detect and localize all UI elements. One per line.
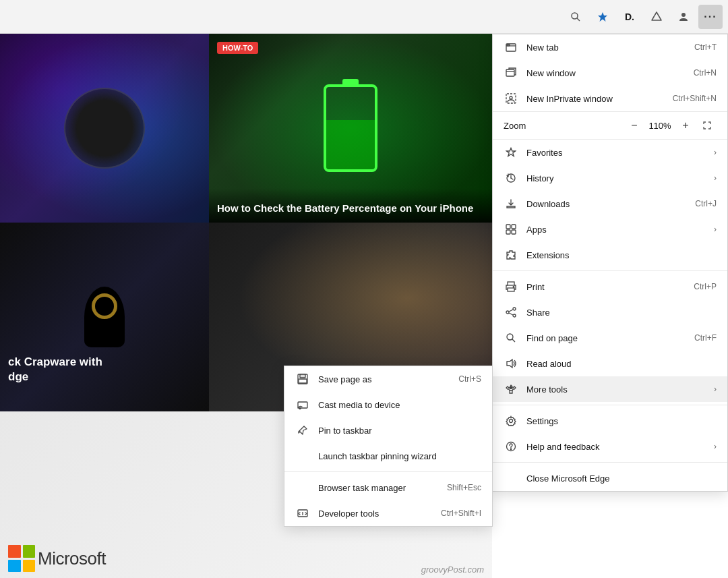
read-aloud-icon — [504, 356, 518, 371]
svg-rect-19 — [506, 225, 510, 229]
new-tab-icon — [504, 40, 518, 55]
menu-favorites[interactable]: Favorites › — [493, 140, 727, 165]
browser-toolbar: D. ··· — [0, 0, 728, 34]
zoom-minus-button[interactable]: − — [625, 116, 644, 135]
zoom-expand-button[interactable] — [698, 116, 717, 135]
immersive-reader-icon[interactable] — [644, 5, 669, 29]
zoom-plus-button[interactable]: + — [676, 116, 695, 135]
pin-taskbar-label: Pin to taskbar — [318, 426, 372, 436]
more-tools-arrow: › — [714, 384, 717, 394]
menu-read-aloud[interactable]: Read aloud — [493, 351, 727, 376]
downloads-icon — [504, 196, 518, 211]
svg-line-1 — [577, 18, 580, 21]
svg-point-4 — [681, 13, 686, 17]
share-icon — [504, 305, 518, 320]
help-arrow: › — [714, 442, 717, 451]
menu-divider-3 — [493, 462, 727, 463]
save-page-label: Save page as — [318, 374, 372, 384]
menu-inprivate[interactable]: New InPrivate window Ctrl+Shift+N — [493, 86, 727, 111]
more-tools-label: More tools — [526, 384, 708, 395]
task-manager-label: Browser task manager — [318, 483, 406, 493]
microsoft-logo — [8, 545, 35, 572]
submenu-pin-taskbar[interactable]: Pin to taskbar — [284, 417, 492, 443]
favorites-toolbar-icon[interactable] — [590, 5, 615, 29]
dev-tools-shortcut: Ctrl+Shift+I — [441, 509, 481, 518]
svg-point-9 — [299, 408, 301, 409]
svg-point-36 — [510, 449, 511, 449]
microsoft-text: Microsoft — [38, 548, 106, 569]
toolbar-icons: D. ··· — [564, 5, 723, 29]
inprivate-icon — [504, 91, 518, 106]
svg-rect-7 — [299, 379, 307, 383]
menu-downloads[interactable]: Downloads Ctrl+J — [493, 191, 727, 216]
submenu-dev-tools[interactable]: Developer tools Ctrl+Shift+I — [284, 500, 492, 526]
dark-circle-visual — [64, 88, 145, 169]
svg-marker-3 — [652, 12, 661, 20]
wizard-label: Launch taskbar pinning wizard — [318, 451, 437, 461]
collections-toolbar-icon[interactable]: D. — [617, 5, 642, 29]
content-area: HOW-TO How to Check the Battery Percenta… — [0, 34, 728, 578]
article-card-dark — [0, 34, 209, 223]
apps-icon — [504, 222, 518, 237]
settings-icon — [504, 413, 518, 428]
svg-marker-17 — [507, 148, 516, 156]
menu-share[interactable]: Share — [493, 299, 727, 325]
zoom-value: 110% — [644, 121, 676, 131]
svg-point-27 — [513, 314, 516, 317]
find-on-page-shortcut: Ctrl+F — [694, 333, 717, 343]
favorites-arrow: › — [714, 148, 717, 157]
more-tools-icon — [504, 382, 518, 397]
help-label: Help and feedback — [526, 442, 708, 452]
settings-label: Settings — [526, 416, 717, 426]
find-on-page-label: Find on page — [526, 333, 694, 343]
new-tab-shortcut: Ctrl+T — [694, 42, 717, 52]
menu-extensions[interactable]: Extensions — [493, 242, 727, 268]
zoom-label: Zoom — [504, 121, 625, 131]
menu-apps[interactable]: Apps › — [493, 216, 727, 242]
svg-point-28 — [506, 311, 509, 314]
search-toolbar-icon[interactable] — [564, 5, 588, 29]
howto-badge: HOW-TO — [217, 42, 258, 54]
menu-more-tools[interactable]: More tools › — [493, 376, 727, 402]
menu-close-edge[interactable]: Close Microsoft Edge — [493, 465, 727, 491]
svg-point-34 — [510, 420, 513, 423]
menu-divider-2 — [493, 405, 727, 405]
new-window-label: New window — [526, 68, 694, 78]
downloads-label: Downloads — [526, 199, 695, 209]
dev-tools-icon — [295, 506, 310, 521]
svg-line-30 — [509, 313, 513, 315]
menu-find-on-page[interactable]: Find on page Ctrl+F — [493, 325, 727, 351]
downloads-shortcut: Ctrl+J — [695, 199, 717, 208]
save-page-shortcut: Ctrl+S — [458, 374, 481, 384]
history-arrow: › — [714, 173, 717, 183]
main-menu: New tab Ctrl+T New window Ctrl+N — [492, 34, 728, 492]
menu-print[interactable]: Print Ctrl+P — [493, 274, 727, 299]
svg-point-25 — [513, 287, 514, 288]
close-edge-label: Close Microsoft Edge — [526, 473, 717, 484]
menu-new-window[interactable]: New window Ctrl+N — [493, 60, 727, 86]
cast-icon — [295, 397, 310, 412]
svg-line-29 — [509, 310, 513, 312]
close-edge-icon — [504, 471, 518, 486]
submenu-cast[interactable]: Cast media to device — [284, 392, 492, 417]
cast-label: Cast media to device — [318, 400, 400, 410]
task-manager-icon — [295, 480, 310, 495]
svg-point-31 — [507, 334, 513, 340]
svg-rect-6 — [300, 374, 305, 378]
submenu-task-manager[interactable]: Browser task manager Shift+Esc — [284, 475, 492, 500]
submenu-save-page[interactable]: Save page as Ctrl+S — [284, 366, 492, 392]
apps-label: Apps — [526, 225, 708, 235]
menu-help[interactable]: Help and feedback › — [493, 434, 727, 459]
print-shortcut: Ctrl+P — [694, 282, 717, 291]
svg-rect-13 — [507, 45, 510, 46]
battery-visual — [324, 84, 377, 172]
inprivate-label: New InPrivate window — [526, 94, 673, 104]
menu-settings[interactable]: Settings — [493, 408, 727, 434]
profile-icon[interactable] — [671, 5, 696, 29]
new-window-icon — [504, 65, 518, 80]
menu-new-tab[interactable]: New tab Ctrl+T — [493, 34, 727, 60]
menu-button[interactable]: ··· — [698, 5, 723, 29]
menu-history[interactable]: History › — [493, 165, 727, 191]
submenu-wizard[interactable]: Launch taskbar pinning wizard — [284, 443, 492, 469]
print-label: Print — [526, 282, 694, 292]
